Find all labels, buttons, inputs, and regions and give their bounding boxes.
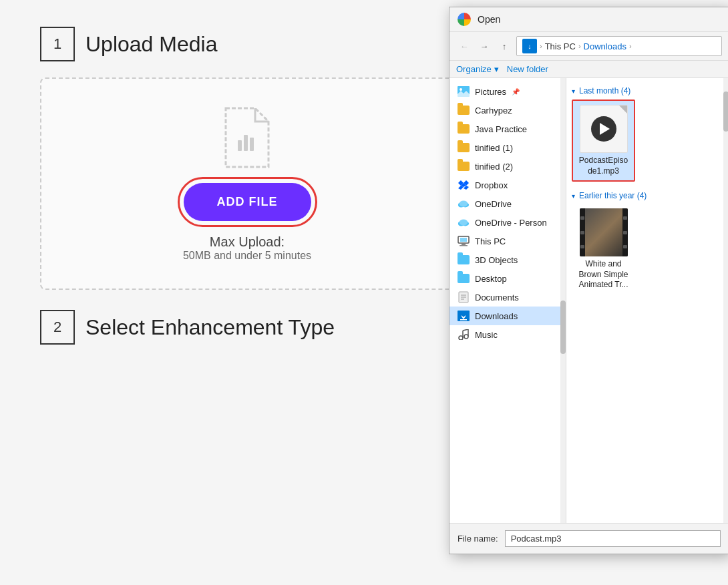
sidebar-item-java-practice[interactable]: Java Practice (449, 120, 566, 138)
sidebar-item-music[interactable]: Music (449, 325, 566, 344)
film-strip-right (622, 208, 628, 256)
tinified1-folder-icon (458, 142, 470, 154)
sidebar-item-tinified1[interactable]: tinified (1) (449, 138, 566, 157)
dialog-main: ▾ Last month (4) PodcastEpisode1.mp3 (566, 78, 728, 523)
upload-file-icon (220, 106, 274, 170)
organize-button[interactable]: Organize ▾ (456, 64, 499, 74)
music-icon (458, 329, 470, 341)
onedrive-person-icon (458, 216, 470, 228)
file-dialog: Open ← → ↑ ↓ › This PC › Downloads › Org… (449, 7, 728, 554)
file-name-label: File name: (458, 534, 498, 544)
sidebar-scrollbar[interactable] (560, 78, 566, 523)
white-brown-label: White and Brown Simple Animated Tr... (576, 259, 631, 290)
sidebar-item-dropbox[interactable]: Dropbox (449, 176, 566, 194)
video-thumb-img (580, 208, 628, 256)
film-strip-left (580, 208, 585, 256)
svg-rect-2 (250, 138, 254, 151)
sidebar-label-tinified2: tinified (2) (475, 162, 513, 172)
pictures-icon (458, 85, 470, 98)
add-file-button[interactable]: ADD FILE (184, 183, 311, 221)
film-hole-2 (580, 231, 584, 234)
film-hole-4 (623, 216, 627, 220)
svg-rect-0 (238, 140, 242, 151)
breadcrumb-thispc[interactable]: This PC (545, 41, 576, 51)
sidebar-label-carhypez: Carhypez (475, 106, 512, 116)
podcast-ep1-icon (580, 105, 628, 153)
play-triangle (600, 123, 610, 135)
section-last-month[interactable]: ▾ Last month (4) (572, 83, 723, 100)
podcast-ep1-label: PodcastEpisode1.mp3 (577, 156, 630, 176)
breadcrumb-bar[interactable]: ↓ › This PC › Downloads › (516, 36, 722, 56)
carhypez-folder-icon (458, 104, 470, 116)
3d-objects-icon (458, 254, 470, 266)
sidebar-item-3d-objects[interactable]: 3D Objects (449, 250, 566, 269)
main-scrollbar-thumb (723, 91, 728, 132)
breadcrumb-downloads[interactable]: Downloads (584, 41, 626, 51)
dialog-sidebar: Pictures 📌 Carhypez Java Practice (449, 78, 566, 348)
sidebar-item-onedrive[interactable]: OneDrive (449, 194, 566, 213)
sidebar-item-downloads[interactable]: Downloads (449, 307, 566, 325)
max-upload-sublabel: 50MB and under 5 minutes (183, 250, 311, 262)
sidebar-item-tinified2[interactable]: tinified (2) (449, 157, 566, 176)
file-white-brown[interactable]: White and Brown Simple Animated Tr... (572, 204, 635, 295)
earlier-this-year-label: Earlier this year (4) (579, 191, 647, 200)
dialog-sidebar-wrap: Pictures 📌 Carhypez Java Practice (449, 78, 566, 523)
dialog-title: Open (478, 14, 500, 25)
last-month-label: Last month (4) (579, 86, 630, 95)
sidebar-label-java-practice: Java Practice (475, 124, 527, 134)
svg-point-4 (460, 88, 462, 91)
sidebar-item-this-pc[interactable]: This PC (449, 232, 566, 250)
sidebar-item-documents[interactable]: Documents (449, 288, 566, 307)
step1-title: Upload Media (85, 32, 217, 57)
forward-button[interactable]: → (476, 38, 492, 54)
sidebar-item-pictures[interactable]: Pictures 📌 (449, 82, 566, 101)
sidebar-item-desktop[interactable]: Desktop (449, 269, 566, 288)
dropbox-icon (458, 179, 470, 191)
svg-line-31 (463, 329, 468, 331)
white-brown-icon (580, 208, 628, 256)
svg-rect-17 (460, 238, 467, 242)
download-icon: ↓ (522, 39, 537, 53)
svg-rect-26 (460, 319, 467, 321)
file-name-input[interactable] (505, 530, 721, 547)
max-upload-info: Max Upload: 50MB and under 5 minutes (183, 234, 311, 262)
film-hole-1 (580, 216, 584, 220)
this-pc-icon (458, 235, 470, 247)
up-button[interactable]: ↑ (496, 38, 512, 54)
sidebar-label-pictures: Pictures (475, 87, 506, 97)
sidebar-label-tinified1: tinified (1) (475, 143, 513, 153)
svg-point-12 (460, 201, 468, 207)
last-month-chevron: ▾ (572, 87, 575, 95)
svg-rect-19 (460, 245, 468, 246)
earlier-this-year-chevron: ▾ (572, 192, 575, 200)
dialog-toolbar: Organize ▾ New folder (449, 61, 728, 78)
sidebar-scrollbar-thumb (560, 301, 566, 354)
sidebar-item-carhypez[interactable]: Carhypez (449, 101, 566, 120)
section-earlier-this-year[interactable]: ▾ Earlier this year (4) (572, 188, 723, 204)
svg-rect-1 (244, 135, 248, 151)
step2-title: Select Enhancement Type (85, 315, 335, 340)
upload-zone: ADD FILE Max Upload: 50MB and under 5 mi… (40, 77, 454, 290)
sidebar-label-dropbox: Dropbox (475, 180, 508, 190)
main-scrollbar-track[interactable] (723, 78, 728, 523)
dialog-titlebar: Open (449, 7, 728, 32)
video-thumb (580, 208, 628, 256)
mp3-thumb (580, 105, 628, 153)
sidebar-label-onedrive-person: OneDrive - Person (475, 218, 547, 228)
sidebar-label-onedrive: OneDrive (475, 199, 512, 209)
film-hole-6 (623, 245, 627, 248)
svg-point-27 (459, 336, 463, 340)
back-button[interactable]: ← (456, 38, 472, 54)
dialog-body: Pictures 📌 Carhypez Java Practice (449, 78, 728, 523)
sidebar-item-onedrive-person[interactable]: OneDrive - Person (449, 213, 566, 232)
chrome-icon (458, 13, 471, 26)
svg-point-28 (464, 335, 468, 339)
pin-icon: 📌 (512, 88, 520, 95)
film-hole-5 (623, 231, 627, 234)
sidebar-label-this-pc: This PC (475, 236, 506, 246)
sidebar-label-3d-objects: 3D Objects (475, 255, 518, 265)
new-folder-button[interactable]: New folder (507, 64, 548, 74)
desktop-icon (458, 272, 470, 284)
file-podcast-ep1[interactable]: PodcastEpisode1.mp3 (572, 100, 635, 182)
play-circle (591, 116, 616, 142)
